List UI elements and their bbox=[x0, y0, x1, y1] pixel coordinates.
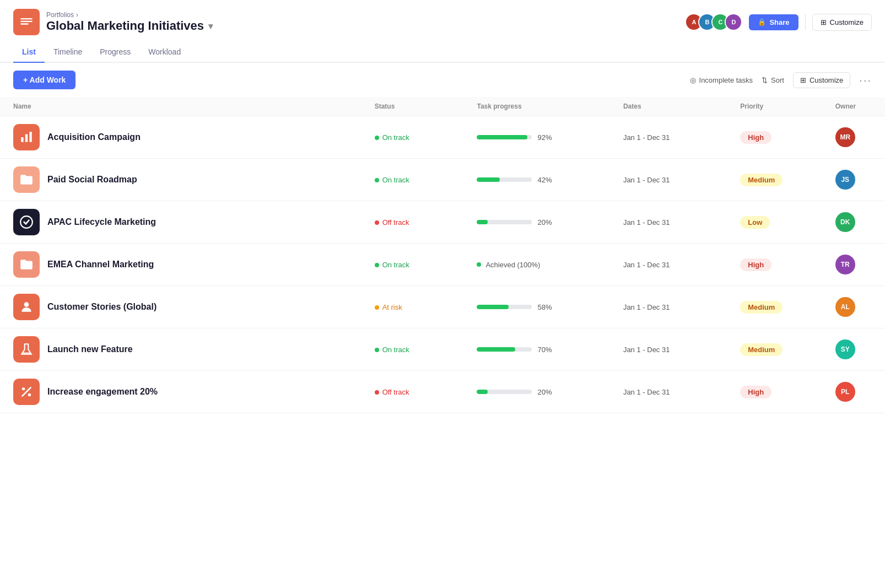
row-icon bbox=[13, 209, 40, 235]
svg-rect-2 bbox=[29, 132, 31, 142]
row-name: Paid Social Roadmap bbox=[47, 175, 137, 185]
toolbar: + Add Work ◎ Incomplete tasks ⇅ Sort ⊞ C… bbox=[0, 63, 885, 97]
owner-initials: SY bbox=[835, 339, 855, 359]
filter-icon: ◎ bbox=[690, 76, 696, 84]
owner-avatar: JS bbox=[835, 170, 855, 190]
progress-text: 20% bbox=[537, 388, 552, 396]
header-avatars: A B C D bbox=[685, 13, 742, 31]
name-cell: Paid Social Roadmap bbox=[13, 166, 357, 193]
status-dot bbox=[375, 263, 379, 267]
row-name: EMEA Channel Marketing bbox=[47, 260, 154, 269]
tab-timeline[interactable]: Timeline bbox=[45, 42, 91, 63]
table-row[interactable]: APAC Lifecycle Marketing Off track 20% J… bbox=[0, 201, 885, 244]
breadcrumb-sep: › bbox=[76, 11, 78, 19]
row-icon bbox=[13, 124, 40, 150]
table-row[interactable]: EMEA Channel Marketing On track Achieved… bbox=[0, 244, 885, 286]
header-customize-button[interactable]: ⊞ Customize bbox=[812, 14, 872, 31]
svg-rect-1 bbox=[25, 134, 28, 142]
svg-point-7 bbox=[28, 393, 31, 396]
incomplete-tasks-filter[interactable]: ◎ Incomplete tasks bbox=[690, 76, 753, 84]
progress-bar-fill bbox=[477, 305, 509, 309]
page-title-text: Global Marketing Initiatives bbox=[46, 19, 204, 33]
priority-badge[interactable]: Low bbox=[740, 216, 770, 229]
status-dot bbox=[375, 136, 379, 140]
header-divider bbox=[805, 14, 806, 30]
tab-list[interactable]: List bbox=[13, 42, 45, 63]
progress-text: 70% bbox=[537, 346, 552, 354]
priority-badge[interactable]: High bbox=[740, 131, 771, 144]
progress-text: 20% bbox=[537, 218, 552, 226]
page-title[interactable]: Global Marketing Initiatives ▾ bbox=[46, 19, 213, 33]
col-name: Name bbox=[0, 97, 366, 116]
achieved-dot bbox=[477, 262, 481, 267]
priority-badge[interactable]: High bbox=[740, 258, 771, 271]
status-text: On track bbox=[382, 346, 409, 354]
owner-initials: DK bbox=[835, 212, 855, 232]
status-badge: On track bbox=[375, 346, 409, 354]
chevron-down-icon[interactable]: ▾ bbox=[208, 21, 213, 31]
dates-text: Jan 1 - Dec 31 bbox=[623, 388, 670, 396]
breadcrumb-parent[interactable]: Portfolios bbox=[46, 11, 74, 19]
status-badge: On track bbox=[375, 261, 409, 269]
progress-bar-wrap bbox=[477, 220, 532, 224]
progress-bar-wrap bbox=[477, 390, 532, 394]
row-name: Launch new Feature bbox=[47, 344, 133, 354]
priority-badge[interactable]: Medium bbox=[740, 174, 783, 186]
svg-rect-0 bbox=[21, 137, 23, 142]
table-row[interactable]: Increase engagement 20% Off track 20% Ja… bbox=[0, 371, 885, 413]
add-work-button[interactable]: + Add Work bbox=[13, 71, 75, 89]
row-name: Customer Stories (Global) bbox=[47, 302, 157, 312]
progress-bar-wrap bbox=[477, 305, 532, 309]
more-options-button[interactable]: ··· bbox=[859, 74, 872, 87]
tab-workload[interactable]: Workload bbox=[139, 42, 190, 63]
table-row[interactable]: Customer Stories (Global) At risk 58% Ja… bbox=[0, 286, 885, 328]
progress-bar-fill bbox=[477, 347, 515, 352]
toolbar-customize-button[interactable]: ⊞ Customize bbox=[793, 72, 850, 88]
svg-point-6 bbox=[22, 387, 25, 390]
progress-bar-fill bbox=[477, 220, 488, 224]
share-label: Share bbox=[769, 18, 789, 26]
progress-bar-wrap bbox=[477, 177, 532, 182]
sort-button[interactable]: ⇅ Sort bbox=[762, 76, 784, 84]
priority-badge[interactable]: Medium bbox=[740, 301, 783, 314]
progress-text: 58% bbox=[537, 303, 552, 311]
sort-icon: ⇅ bbox=[762, 76, 768, 84]
table-row[interactable]: Launch new Feature On track 70% Jan 1 - … bbox=[0, 328, 885, 371]
status-text: Off track bbox=[382, 218, 409, 226]
dates-text: Jan 1 - Dec 31 bbox=[623, 218, 670, 226]
status-text: On track bbox=[382, 176, 409, 184]
svg-point-4 bbox=[24, 302, 29, 307]
status-text: On track bbox=[382, 133, 409, 142]
name-cell: EMEA Channel Marketing bbox=[13, 251, 357, 278]
table-row[interactable]: Paid Social Roadmap On track 42% Jan 1 -… bbox=[0, 159, 885, 201]
priority-badge[interactable]: Medium bbox=[740, 343, 783, 356]
status-badge: On track bbox=[375, 133, 409, 142]
progress-cell: 58% bbox=[477, 303, 605, 311]
portfolio-table: Name Status Task progress Dates Priority… bbox=[0, 97, 885, 413]
status-dot bbox=[375, 348, 379, 352]
avatar: D bbox=[725, 13, 742, 31]
toolbar-customize-label: Customize bbox=[810, 76, 843, 84]
owner-avatar: SY bbox=[835, 339, 855, 359]
share-button[interactable]: 🔒 Share bbox=[749, 14, 798, 30]
row-name: Increase engagement 20% bbox=[47, 387, 158, 397]
progress-achieved: Achieved (100%) bbox=[477, 261, 605, 269]
dates-text: Jan 1 - Dec 31 bbox=[623, 303, 670, 311]
status-badge: Off track bbox=[375, 218, 409, 226]
table-row[interactable]: Acquisition Campaign On track 92% Jan 1 … bbox=[0, 116, 885, 159]
progress-bar-wrap bbox=[477, 347, 532, 352]
tab-progress[interactable]: Progress bbox=[91, 42, 139, 63]
header-left: Portfolios › Global Marketing Initiative… bbox=[13, 9, 213, 35]
status-badge: At risk bbox=[375, 303, 402, 311]
progress-bar-fill bbox=[477, 177, 500, 182]
priority-badge[interactable]: High bbox=[740, 386, 771, 398]
name-cell: Increase engagement 20% bbox=[13, 379, 357, 405]
status-dot bbox=[375, 305, 379, 310]
row-icon bbox=[13, 251, 40, 278]
customize-icon: ⊞ bbox=[821, 18, 827, 26]
dates-text: Jan 1 - Dec 31 bbox=[623, 133, 670, 142]
status-text: At risk bbox=[382, 303, 402, 311]
col-priority: Priority bbox=[731, 97, 827, 116]
owner-initials: TR bbox=[835, 255, 855, 274]
progress-bar-fill bbox=[477, 135, 527, 139]
